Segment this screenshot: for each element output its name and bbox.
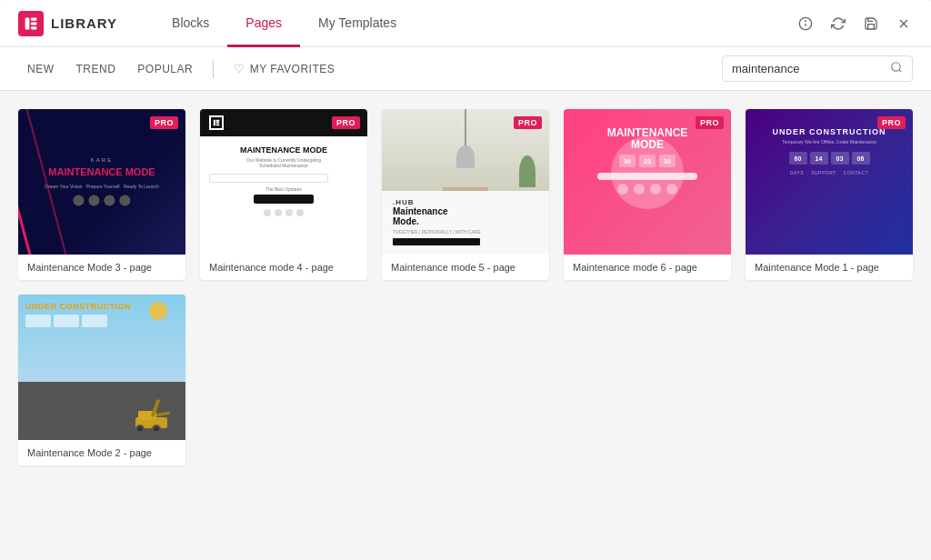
svg-rect-11 [214,120,215,125]
pro-badge-2: PRO [332,116,360,129]
template-name-6: Maintenance Mode 2 - page [18,440,185,465]
template-name-2: Maintenance mode 4 - page [200,255,367,280]
filter-favorites[interactable]: ♡ MY FAVORITES [225,58,344,79]
template-card-6[interactable]: UNDER CONSTRUCTION Maintenance Mode 2 - … [18,295,185,465]
search-box [722,55,913,82]
svg-rect-18 [156,412,170,417]
templates-grid-row2: UNDER CONSTRUCTION Maintenance Mode 2 - … [18,295,913,465]
template-thumb-1: PRO KARE MAINTENANCE MODE Dream Your Vis… [18,109,185,255]
svg-rect-12 [216,120,220,122]
tab-blocks[interactable]: Blocks [154,1,227,47]
template-card-2[interactable]: PRO MAINTENANCE MODE Our Website Is Curr… [200,109,367,280]
svg-line-10 [899,70,902,73]
svg-rect-14 [216,125,220,126]
info-icon[interactable] [796,15,815,33]
app-title: LIBRARY [51,15,117,31]
tab-my-templates[interactable]: My Templates [300,1,415,47]
search-icon[interactable] [890,61,903,76]
elementor-logo-icon [18,11,44,36]
template-card-1[interactable]: PRO KARE MAINTENANCE MODE Dream Your Vis… [18,109,185,280]
svg-rect-1 [31,17,36,20]
modal-header: LIBRARY Blocks Pages My Templates [0,0,931,47]
template-thumb-4: PRO MAINTENANCEMODE 30 23 30 [564,109,731,255]
header-actions [796,15,913,33]
template-card-5[interactable]: PRO UNDER CONSTRUCTION Temporary We Are … [746,109,913,280]
template-thumb-2: PRO MAINTENANCE MODE Our Website Is Curr… [200,109,367,255]
filter-divider [213,60,214,78]
logo-area: LIBRARY [18,11,117,36]
pro-badge-1: PRO [150,116,178,129]
svg-point-9 [892,63,900,71]
svg-rect-13 [216,122,220,124]
template-thumb-5: PRO UNDER CONSTRUCTION Temporary We Are … [746,109,913,255]
filter-tags: NEW TREND POPULAR ♡ MY FAVORITES [18,58,344,79]
templates-content: PRO KARE MAINTENANCE MODE Dream Your Vis… [0,91,931,560]
filter-trend[interactable]: TREND [67,59,125,79]
heart-icon: ♡ [234,62,245,75]
filter-new[interactable]: NEW [18,59,64,79]
svg-rect-2 [31,22,36,25]
close-button[interactable] [895,15,913,33]
template-name-5: Maintenance Mode 1 - page [746,255,913,280]
library-modal: LIBRARY Blocks Pages My Templates [0,0,931,560]
template-card-4[interactable]: PRO MAINTENANCEMODE 30 23 30 [564,109,731,280]
template-name-1: Maintenance Mode 3 - page [18,255,185,280]
tab-pages[interactable]: Pages [227,1,300,47]
refresh-icon[interactable] [829,15,847,33]
save-icon[interactable] [862,15,880,33]
pro-badge-4: PRO [696,116,724,129]
template-card-3[interactable]: PRO .HUB MaintenanceMode. TOGETHER | PER [382,109,549,280]
templates-grid-row1: PRO KARE MAINTENANCE MODE Dream Your Vis… [18,109,913,280]
search-input[interactable] [732,62,885,75]
main-nav: Blocks Pages My Templates [154,0,796,46]
pro-badge-3: PRO [514,116,542,129]
pro-badge-5: PRO [877,116,906,129]
filter-popular[interactable]: POPULAR [128,59,202,79]
thumb-1-content: KARE MAINTENANCE MODE Dream Your Vision … [35,157,168,205]
template-name-4: Maintenance mode 6 - page [564,255,731,280]
filter-bar: NEW TREND POPULAR ♡ MY FAVORITES [0,47,931,91]
template-name-3: Maintenance mode 5 - page [382,255,549,280]
template-thumb-6: UNDER CONSTRUCTION [18,295,185,440]
template-thumb-3: PRO .HUB MaintenanceMode. TOGETHER | PER [382,109,549,255]
svg-rect-3 [31,26,36,29]
svg-rect-0 [25,17,30,29]
